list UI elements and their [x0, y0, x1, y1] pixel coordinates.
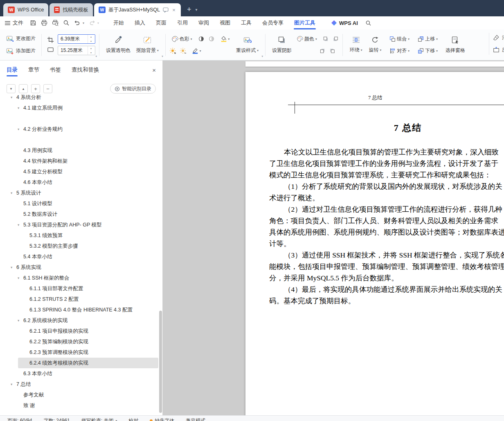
zoom-out-button[interactable]: − — [43, 84, 52, 93]
spellcheck-status[interactable]: 拼写检查: 关闭 ▾ — [81, 417, 117, 421]
color-adjust-button[interactable]: 色彩 ▾ — [169, 34, 194, 44]
smart-toc-button[interactable]: 智能识别目录 — [110, 84, 156, 94]
menubar-item-picture-tools[interactable]: 图片工具 — [289, 16, 321, 29]
save-icon[interactable] — [30, 20, 36, 26]
toc-item[interactable]: ▾6.2.3 预算调整模块的实现 — [0, 347, 158, 358]
group-button[interactable]: 组合 ▾ — [387, 34, 412, 44]
menubar-item-insert[interactable]: 插入 — [129, 16, 151, 29]
toc-item[interactable]: ▾6.2 系统模块的实现 — [0, 315, 158, 326]
set-transparent-color-button[interactable]: 设置透明色 — [103, 32, 133, 58]
toc-item[interactable]: ▾6.2.4 绩效考核模块的实现 — [0, 358, 158, 368]
toc-item[interactable]: ▾参考文献 — [0, 390, 158, 400]
rotate-button[interactable]: 旋转▾ — [366, 36, 385, 54]
word-count[interactable]: 字数: 24961 — [44, 417, 70, 421]
toc-expand-icon[interactable]: ▾ — [11, 382, 16, 386]
nav-panel-tab[interactable]: 查找和替换 — [72, 66, 99, 74]
toc-item[interactable]: ▾致 谢 — [0, 400, 158, 411]
toc-item[interactable]: ▾6.3 本章小结 — [0, 368, 158, 379]
align-button[interactable]: 对齐 ▾ — [387, 46, 412, 56]
find-icon[interactable] — [63, 20, 70, 26]
change-picture-button[interactable]: 更改图片 — [4, 34, 38, 44]
doc-line[interactable]: 模式的卫生信息化项目预算管理系统，主要研究工作和研究成果包括： — [269, 169, 504, 181]
toc-item[interactable]: ▾4.5 建立分析模型 — [0, 166, 158, 177]
doc-line[interactable]: 分，并采用 MySQL5.5 作为后台数据库。 — [269, 272, 504, 284]
print-preview-icon[interactable] — [52, 20, 59, 26]
proofread-button[interactable]: 校对 — [128, 417, 138, 421]
redo-chevron-icon[interactable]: ▾ — [97, 21, 99, 25]
undo-chevron-icon[interactable]: ▾ — [83, 21, 84, 25]
toc-item[interactable]: ▾5.3.2 模型的主要步骤 — [0, 241, 158, 251]
toc-item[interactable]: ▾5.2 数据库设计 — [0, 209, 158, 219]
expand-all-button[interactable]: ▴ — [19, 84, 28, 93]
crop-icon[interactable] — [47, 36, 54, 43]
close-tab-icon[interactable]: × — [171, 7, 176, 13]
toc-expand-icon[interactable]: ▾ — [11, 95, 16, 99]
dialog-launcher-icon[interactable]: ▾ — [162, 55, 163, 58]
doc-line[interactable]: 了卫生信息化项目预算管理工作的业务用例与业务流程，设计开发了基于 — [269, 158, 504, 169]
doc-line[interactable]: 角色：项目负责人、部门工作人员、财务科管理人员以及相关的业务需求 — [269, 215, 504, 226]
menubar-item-membership[interactable]: 会员专享 — [257, 16, 289, 29]
tab-list-chevron-icon[interactable]: ▾ — [195, 7, 197, 12]
toc-item[interactable]: ▾6.1.2 STRUTS 2 配置 — [0, 294, 158, 305]
decrease-brightness-icon[interactable] — [180, 47, 186, 54]
nav-panel-tab[interactable]: 书签 — [50, 66, 61, 74]
close-panel-icon[interactable]: × — [152, 67, 156, 74]
toc-expand-icon[interactable]: ▾ — [11, 265, 16, 269]
toc-item[interactable]: ▾4.6 本章小结 — [0, 177, 158, 188]
size-input[interactable] — [58, 46, 88, 55]
toc-item[interactable]: ▾6 系统实现 — [0, 262, 158, 273]
picture-height-stepper[interactable]: ▴▾ — [58, 34, 95, 44]
step-up-icon[interactable]: ▴ — [88, 46, 94, 51]
nav-panel-tab[interactable]: 目录 — [7, 66, 18, 74]
toc-expand-icon[interactable]: ▾ — [18, 223, 23, 227]
add-picture-button[interactable]: 添加图片 — [4, 46, 38, 56]
crop-shape-icon[interactable] — [47, 46, 54, 53]
menubar-item-review[interactable]: 审阅 — [193, 16, 214, 29]
file-menu[interactable]: 文件 — [5, 19, 23, 27]
doc-line[interactable]: 术进行了概述。 — [269, 192, 504, 204]
picture-width-stepper[interactable]: ▴▾ — [58, 46, 95, 55]
reset-style-button[interactable]: 重设样式▾ — [233, 32, 261, 58]
toc-item[interactable]: ▾6.2.2 预算编制模块的实现 — [0, 336, 158, 347]
toc-expand-icon[interactable]: ▾ — [18, 318, 23, 322]
toc-item[interactable]: ▾6.2.1 项目申报模块的实现 — [0, 326, 158, 336]
toc-expand-icon[interactable]: ▾ — [18, 127, 23, 131]
bring-forward-button[interactable]: 上移 ▾ — [416, 34, 440, 44]
toc-expand-icon[interactable]: ▾ — [18, 106, 23, 110]
doc-line[interactable]: 具体的系统用例图、系统用例规约、顺序图以及设计类图等；对数据库表进 — [269, 226, 504, 238]
zoom-in-button[interactable]: + — [31, 84, 40, 93]
toc-item[interactable]: ▾6.1.3 SPRING 4.0 整合 HIBERNATE 4.3 配置 — [0, 305, 158, 315]
undo-icon[interactable] — [74, 20, 81, 26]
toc-item[interactable]: ▾5.3.1 绩效预算 — [0, 230, 158, 241]
toc-item[interactable]: ▾6.1 SSH 框架的整合 — [0, 273, 158, 283]
missing-font-warning[interactable]: 缺失字体 — [150, 417, 174, 421]
selection-pane-button[interactable]: 选择窗格 — [443, 32, 468, 58]
step-down-icon[interactable]: ▾ — [88, 51, 94, 55]
set-shadow-button[interactable]: 设置阴影 — [269, 32, 295, 58]
tab-template-doc[interactable]: 找稿壳模板 — [50, 3, 93, 16]
toc-item[interactable]: ▾4.3 用例实现 — [0, 145, 158, 156]
doc-line[interactable]: （4）最后，将实现的具体功能通过系统界面展示并给出系统实现的关 — [269, 284, 504, 295]
nav-scrollbar-thumb[interactable] — [159, 311, 162, 413]
doc-line[interactable]: （1）分析了系统研究的背景以及国内外的发展现状，对系统涉及的关 — [269, 181, 504, 192]
toc-item[interactable]: ▾4.2 分析业务规约 — [0, 124, 158, 134]
tab-active-document[interactable]: W 基于JavaSSH+MySQL的卫生 × — [94, 3, 181, 16]
doc-line[interactable]: 码。基本完成了预期目标。 — [269, 295, 504, 307]
decrease-contrast-icon[interactable] — [208, 36, 215, 42]
new-tab-button[interactable]: + — [187, 6, 191, 13]
shadow-preset-icon[interactable] — [320, 48, 326, 54]
toc-expand-icon[interactable]: ▾ — [18, 276, 23, 280]
increase-contrast-icon[interactable] — [198, 36, 205, 42]
remove-background-button[interactable]: 抠除背景▾ — [133, 32, 162, 58]
doc-line[interactable]: 本论文以卫生信息化项目预算的管理工作为主要研究对象，深入细致 — [269, 146, 504, 158]
toc-item[interactable]: ▾4.4 软件架构和框架 — [0, 156, 158, 166]
doc-line[interactable]: （3）通过使用 SSH 框架技术，并将 SSH 框架进行整合，实现了系统各 — [269, 249, 504, 261]
page-indicator[interactable]: 页面: 60/94 — [7, 417, 32, 421]
shadow-preset-icon[interactable] — [333, 36, 339, 42]
toc-item[interactable]: ▾7 总结 — [0, 379, 158, 390]
doc-line[interactable]: 能模块，包括项目申报管理、预算编制管理、预算调整管理、绩效考核管理 — [269, 261, 504, 272]
toc-item[interactable]: ▾5.1 设计模型 — [0, 198, 158, 209]
toc-expand-icon[interactable]: ▾ — [11, 191, 16, 195]
toc-item[interactable]: ▾6.1.1 项目部署文件配置 — [0, 283, 158, 294]
redo-icon[interactable] — [89, 20, 95, 26]
